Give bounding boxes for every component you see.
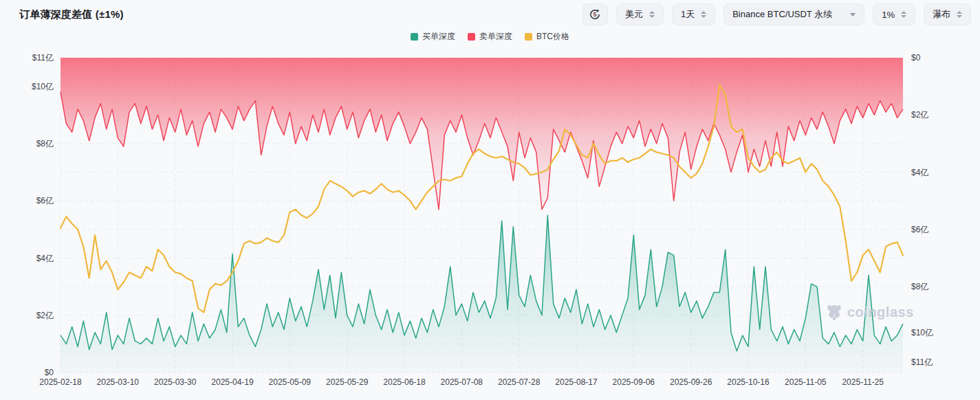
- svg-text:$4亿: $4亿: [36, 254, 54, 263]
- svg-text:2025-09-26: 2025-09-26: [670, 377, 712, 387]
- svg-text:$8亿: $8亿: [36, 139, 54, 148]
- svg-text:2025-06-18: 2025-06-18: [383, 377, 426, 387]
- series-layer: [61, 58, 903, 373]
- svg-text:2025-11-25: 2025-11-25: [842, 377, 884, 387]
- svg-text:2025-03-30: 2025-03-30: [154, 377, 197, 387]
- svg-text:$6亿: $6亿: [911, 225, 928, 234]
- svg-text:2025-03-10: 2025-03-10: [97, 377, 140, 387]
- svg-text:$2亿: $2亿: [911, 110, 928, 120]
- svg-text:$0: $0: [45, 368, 54, 377]
- svg-text:2025-02-18: 2025-02-18: [39, 377, 82, 387]
- depth-chart-plot-area[interactable]: $0$0$2亿$2亿$4亿$4亿$6亿$6亿$8亿$8亿$10亿$10亿$11亿…: [0, 0, 980, 400]
- svg-text:2025-11-05: 2025-11-05: [785, 377, 827, 387]
- svg-text:$8亿: $8亿: [911, 282, 928, 291]
- svg-text:$6亿: $6亿: [36, 196, 54, 205]
- svg-text:$0: $0: [911, 53, 921, 63]
- svg-text:2025-10-16: 2025-10-16: [727, 377, 770, 387]
- svg-text:$11亿: $11亿: [32, 53, 54, 63]
- svg-text:$11亿: $11亿: [911, 357, 933, 367]
- svg-text:2025-04-19: 2025-04-19: [211, 377, 254, 387]
- buy-depth-area: [61, 215, 903, 373]
- svg-text:$10亿: $10亿: [911, 328, 933, 337]
- svg-text:2025-08-17: 2025-08-17: [555, 377, 598, 387]
- svg-text:2025-07-28: 2025-07-28: [498, 377, 541, 387]
- svg-text:$4亿: $4亿: [911, 168, 928, 177]
- svg-text:$2亿: $2亿: [36, 311, 54, 320]
- svg-text:2025-05-09: 2025-05-09: [269, 377, 312, 387]
- svg-text:$10亿: $10亿: [32, 82, 54, 91]
- depth-chart-svg: $0$0$2亿$2亿$4亿$4亿$6亿$6亿$8亿$8亿$10亿$10亿$11亿…: [0, 0, 980, 400]
- svg-text:2025-05-29: 2025-05-29: [326, 377, 369, 387]
- svg-text:2025-09-06: 2025-09-06: [613, 377, 655, 387]
- svg-text:2025-07-08: 2025-07-08: [441, 377, 483, 387]
